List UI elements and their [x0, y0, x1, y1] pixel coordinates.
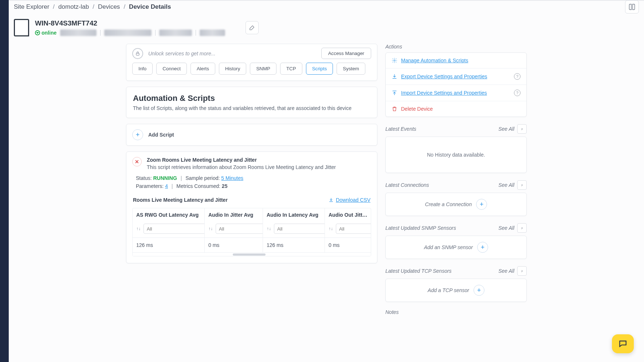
action-delete-device[interactable]: Delete Device	[386, 101, 526, 117]
parameters-label: Parameters:	[136, 183, 164, 189]
events-see-all[interactable]: See All ›	[498, 124, 527, 134]
action-manage-scripts[interactable]: Manage Automation & Scripts	[386, 53, 526, 68]
cell: 0 ms	[325, 237, 371, 252]
tab-info[interactable]: Info	[132, 63, 153, 75]
table-row: 126 ms 0 ms 126 ms 0 ms	[133, 237, 371, 252]
cell: 126 ms	[133, 237, 205, 252]
chevron-right-icon: ›	[517, 180, 527, 190]
breadcrumb-item[interactable]: Devices	[98, 3, 120, 11]
section-header-card: Automation & Scripts The list of Scripts…	[126, 87, 377, 118]
chevron-right-icon: ›	[517, 223, 527, 233]
sample-period-link[interactable]: 5 Minutes	[221, 175, 243, 181]
unlock-hint: Unlock services to get more...	[148, 51, 316, 56]
column-filter-input[interactable]	[336, 224, 371, 234]
parameters-link[interactable]: 4	[165, 183, 168, 189]
action-import-settings[interactable]: Import Device Settings and Properties ?	[386, 85, 526, 101]
events-panel: No History data available.	[385, 137, 527, 173]
tab-history[interactable]: History	[219, 63, 246, 75]
docs-button[interactable]	[625, 0, 639, 13]
column-filter-input[interactable]	[216, 224, 263, 234]
device-extra-blurred	[200, 29, 225, 36]
sort-icon[interactable]: ↑↓	[329, 226, 333, 231]
breadcrumb-current: Device Details	[129, 3, 171, 11]
script-description: This script retrieves information about …	[147, 164, 371, 170]
snmp-title: Latest Updated SNMP Sensors	[385, 225, 456, 231]
tab-snmp[interactable]: SNMP	[250, 63, 276, 75]
action-export-settings[interactable]: Export Device Settings and Properties ?	[386, 68, 526, 85]
tab-system[interactable]: System	[337, 63, 365, 75]
chevron-right-icon: ›	[517, 266, 527, 276]
breadcrumb-item[interactable]: Site Explorer	[14, 3, 49, 11]
column-header[interactable]: Audio In Jitter Avg	[205, 208, 263, 221]
column-filter-input[interactable]	[144, 224, 205, 234]
events-title: Latest Events	[385, 126, 416, 132]
download-csv-link[interactable]: Download CSV	[329, 197, 370, 203]
service-tabs-card: Unlock services to get more... Access Ma…	[126, 44, 377, 81]
svg-point-1	[394, 60, 395, 61]
metrics-value: 25	[222, 183, 228, 189]
events-empty: No History data available.	[427, 152, 485, 158]
metrics-label: Metrics Consumed:	[176, 183, 220, 189]
add-snmp-sensor-button[interactable]: Add an SNMP sensor +	[385, 236, 527, 259]
column-header[interactable]: AS RWG Out Latency Avg	[133, 208, 205, 221]
notes-title: Notes	[385, 309, 527, 315]
access-manager-button[interactable]: Access Manager	[321, 48, 371, 59]
sort-icon[interactable]: ↑↓	[136, 226, 141, 231]
edit-device-button[interactable]	[246, 21, 259, 34]
device-ip-blurred	[60, 29, 97, 36]
device-mac-blurred	[104, 29, 152, 36]
column-filter-input[interactable]	[274, 224, 325, 234]
status-label: Status:	[136, 175, 152, 181]
actions-panel: Manage Automation & Scripts Export Devic…	[385, 52, 527, 117]
script-item: ✕ Zoom Rooms Live Meeting Latency and Ji…	[126, 152, 377, 263]
create-connection-button[interactable]: Create a Connection +	[385, 193, 527, 216]
download-icon	[329, 197, 334, 202]
add-script-card[interactable]: + Add Script	[126, 124, 377, 146]
chevron-right-icon: ›	[517, 124, 527, 134]
breadcrumb: Site Explorer / domotz-lab / Devices / D…	[9, 1, 644, 13]
sort-icon[interactable]: ↑↓	[208, 226, 213, 231]
snmp-see-all[interactable]: See All ›	[498, 223, 527, 233]
left-nav-rail[interactable]	[0, 0, 9, 362]
plus-icon: +	[132, 129, 143, 140]
connections-title: Latest Connections	[385, 182, 429, 188]
book-icon	[628, 3, 636, 11]
table-title: Rooms Live Meeting Latency and Jitter	[133, 197, 228, 203]
tab-connect[interactable]: Connect	[156, 63, 187, 75]
add-tcp-sensor-button[interactable]: Add a TCP sensor +	[385, 279, 527, 302]
section-title: Automation & Scripts	[133, 94, 370, 103]
tcp-title: Latest Updated TCP Sensors	[385, 268, 452, 274]
connections-see-all[interactable]: See All ›	[498, 180, 527, 190]
plus-icon: +	[477, 242, 488, 253]
online-icon	[35, 30, 40, 35]
device-tag-blurred	[159, 29, 192, 36]
cell: 0 ms	[205, 237, 263, 252]
column-header[interactable]: Audio In Latency Avg	[263, 208, 325, 221]
device-tabs: Info Connect Alerts History SNMP TCP Scr…	[126, 63, 377, 80]
tab-tcp[interactable]: TCP	[280, 63, 302, 75]
help-icon[interactable]: ?	[514, 90, 521, 96]
tab-alerts[interactable]: Alerts	[191, 63, 215, 75]
help-icon[interactable]: ?	[514, 73, 521, 80]
column-header[interactable]: Audio Out Jitter Avg	[325, 208, 371, 221]
device-type-icon	[14, 19, 29, 36]
breadcrumb-item[interactable]: domotz-lab	[58, 3, 89, 11]
remove-script-button[interactable]: ✕	[132, 157, 142, 166]
pencil-icon	[249, 25, 255, 31]
device-status: online	[35, 30, 56, 36]
chat-icon	[618, 339, 628, 349]
tab-scripts[interactable]: Scripts	[306, 63, 333, 75]
tcp-see-all[interactable]: See All ›	[498, 266, 527, 276]
script-name: Zoom Rooms Live Meeting Latency and Jitt…	[147, 157, 371, 163]
sort-icon[interactable]: ↑↓	[267, 226, 271, 231]
status-value: RUNNING	[153, 175, 177, 181]
horizontal-scrollbar[interactable]	[133, 252, 371, 256]
plus-icon: +	[476, 199, 487, 210]
device-name: WIN-8V4S3MFT742	[35, 19, 225, 27]
metrics-table: AS RWG Out Latency Avg Audio In Jitter A…	[132, 208, 371, 256]
chat-fab[interactable]	[612, 334, 634, 353]
cell: 126 ms	[263, 237, 325, 252]
plus-icon: +	[474, 285, 484, 296]
add-script-label: Add Script	[148, 132, 174, 138]
upload-icon	[392, 90, 397, 96]
